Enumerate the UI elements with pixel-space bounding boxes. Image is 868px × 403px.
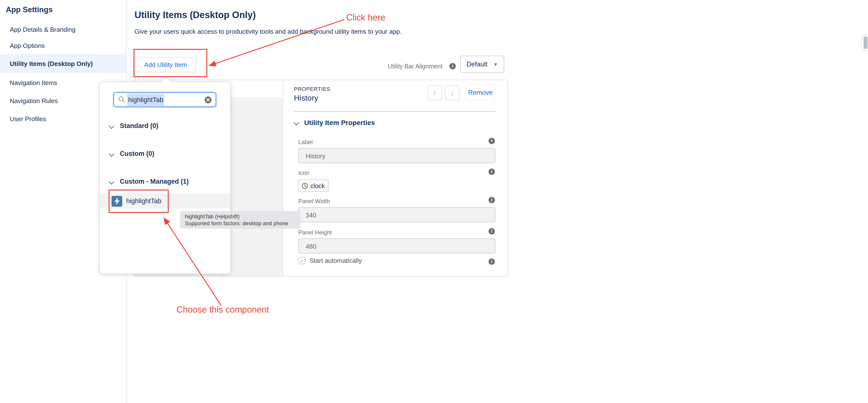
start-automatically-label: Start automatically [310, 257, 362, 264]
sidebar-item-navigation-items[interactable]: Navigation Items [10, 79, 57, 88]
alignment-info-icon[interactable]: i [450, 63, 456, 69]
panel-height-label: Panel Height [298, 229, 332, 236]
annotation-choose-component: Choose this component [177, 305, 269, 315]
page-description: Give your users quick access to producti… [134, 28, 402, 35]
section-custom[interactable]: Custom (0) [110, 150, 154, 157]
arrow-up-icon: ↑ [433, 89, 436, 97]
annotation-click-here: Click here [346, 13, 385, 23]
scrollbar-thumb[interactable] [862, 34, 868, 51]
tooltip-line1: highlightTab (Helpshift) [185, 213, 296, 220]
annotation-box-component [108, 190, 169, 213]
sidebar-item-user-profiles[interactable]: User Profiles [10, 115, 46, 124]
properties-divider [294, 111, 495, 112]
clock-icon [302, 182, 308, 189]
component-picker-dropdown: highlightTab Standard (0) Custom (0) Cus… [99, 81, 231, 274]
sidebar-item-app-options[interactable]: App Options [10, 41, 45, 50]
icon-picker-button[interactable]: clock [298, 179, 329, 192]
remove-button[interactable]: Remove [466, 85, 495, 101]
section-standard[interactable]: Standard (0) [110, 122, 158, 129]
card-column-divider [283, 80, 283, 276]
panel-width-label: Panel Width [298, 198, 330, 205]
panel-height-input[interactable]: 480 [298, 238, 495, 254]
move-down-button[interactable]: ↓ [445, 86, 460, 100]
section-custom-managed-label: Custom - Managed (1) [120, 178, 189, 185]
annotation-box-add-button [133, 49, 207, 77]
start-automatically-checkbox[interactable]: ✓ [298, 257, 306, 264]
icon-field-label: Icon [298, 169, 309, 176]
sidebar-item-navigation-rules[interactable]: Navigation Rules [10, 97, 58, 105]
search-icon [118, 96, 125, 103]
autostart-info-icon[interactable]: i [489, 259, 495, 265]
sidebar-item-utility-items[interactable]: Utility Items (Desktop Only) [10, 60, 93, 68]
properties-item-title: History [294, 94, 318, 103]
panel-width-info-icon[interactable]: i [489, 197, 495, 203]
icon-picker-value: clock [310, 182, 325, 189]
component-search-input[interactable]: highlightTab [114, 92, 216, 107]
app-settings-page: App Settings App Details & Branding App … [0, 0, 868, 403]
alignment-dropdown-value: Default [467, 61, 488, 68]
clear-search-icon[interactable] [205, 96, 212, 103]
alignment-dropdown[interactable]: Default ▼ [460, 56, 504, 73]
label-field-input[interactable]: History [298, 148, 495, 163]
arrow-to-add-button [210, 20, 344, 65]
icon-info-icon[interactable]: i [489, 169, 495, 175]
component-tooltip: highlightTab (Helpshift) Supported form … [180, 211, 300, 229]
tooltip-line2: Supported form factors: desktop and phon… [185, 220, 296, 227]
caret-down-icon: ▼ [493, 62, 498, 67]
label-info-icon[interactable]: i [489, 138, 495, 144]
utility-bar-alignment-label: Utility Bar Alignment [388, 63, 442, 70]
properties-eyebrow: PROPERTIES [294, 86, 330, 92]
chevron-down-icon [109, 123, 115, 129]
page-title: Utility Items (Desktop Only) [134, 10, 256, 21]
panel-width-input[interactable]: 340 [298, 207, 495, 222]
sidebar-item-app-details[interactable]: App Details & Branding [10, 25, 75, 34]
section-standard-label: Standard (0) [120, 122, 158, 129]
sidebar-title: App Settings [6, 5, 53, 14]
label-field-label: Label [298, 139, 313, 145]
section-custom-label: Custom (0) [120, 150, 154, 157]
search-input-value: highlightTab [127, 94, 164, 106]
move-up-button[interactable]: ↑ [427, 86, 442, 100]
chevron-down-icon [109, 179, 115, 184]
chevron-down-icon [109, 151, 115, 157]
utility-item-properties-heading[interactable]: Utility Item Properties [304, 119, 375, 127]
panel-height-info-icon[interactable]: i [489, 228, 495, 234]
section-custom-managed[interactable]: Custom - Managed (1) [110, 178, 189, 185]
arrow-down-icon: ↓ [451, 89, 454, 97]
